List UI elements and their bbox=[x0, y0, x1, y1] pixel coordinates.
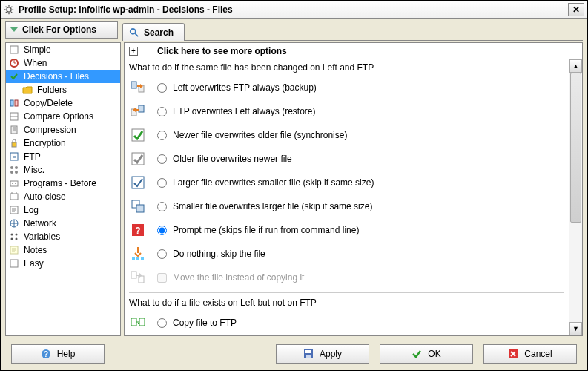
svg-rect-52 bbox=[141, 257, 144, 260]
svg-point-0 bbox=[7, 7, 11, 11]
titlebar: Profile Setup: Infolific wp-admin - Deci… bbox=[1, 1, 587, 19]
sidebar-item-compare-options[interactable]: Compare Options bbox=[6, 110, 120, 123]
svg-rect-30 bbox=[10, 194, 18, 200]
move-instead-label: Move the file instead of copying it bbox=[173, 272, 304, 283]
sidebar-item-simple[interactable]: Simple bbox=[6, 43, 120, 56]
help-label: Help bbox=[57, 349, 76, 359]
sidebar-icon bbox=[9, 178, 19, 188]
main-panel: + Click here to see more options What to… bbox=[124, 42, 583, 336]
expand-icon[interactable]: + bbox=[129, 47, 138, 56]
tab-bar: Search bbox=[122, 21, 583, 41]
sidebar-item-compression[interactable]: Compression bbox=[6, 123, 120, 137]
option-row: Older file overwrites newer file bbox=[129, 147, 564, 171]
scroll-thumb[interactable] bbox=[570, 73, 581, 223]
option-control[interactable]: Prompt me (skips file if run from comman… bbox=[157, 225, 359, 235]
svg-rect-27 bbox=[10, 181, 18, 186]
sidebar-item-label: Folders bbox=[37, 85, 67, 95]
gear-icon bbox=[4, 4, 14, 15]
svg-rect-55 bbox=[131, 318, 136, 326]
more-options-label[interactable]: Click here to see more options bbox=[157, 46, 287, 56]
svg-rect-15 bbox=[10, 100, 13, 106]
option-icon bbox=[129, 174, 147, 191]
sidebar-item-label: Easy bbox=[24, 258, 44, 269]
option-label: Newer file overwrites older file (synchr… bbox=[173, 130, 347, 140]
sidebar-item-when[interactable]: When bbox=[6, 56, 120, 70]
svg-rect-41 bbox=[139, 105, 144, 112]
option-radio[interactable] bbox=[157, 202, 167, 211]
option-control[interactable]: Older file overwrites newer file bbox=[157, 154, 292, 164]
sidebar-item-log[interactable]: Log bbox=[6, 203, 120, 217]
option-row: Do nothing, skip the file bbox=[129, 242, 564, 266]
sidebar-item-variables[interactable]: Variables bbox=[6, 230, 120, 243]
svg-line-6 bbox=[11, 12, 12, 13]
option-radio[interactable] bbox=[157, 178, 167, 188]
move-instead-checkbox bbox=[157, 273, 167, 283]
dropdown-arrow-icon bbox=[10, 27, 18, 32]
sidebar-item-auto-close[interactable]: Auto-close bbox=[6, 190, 120, 203]
svg-text:?: ? bbox=[44, 350, 48, 358]
option-row: Newer file overwrites older file (synchr… bbox=[129, 123, 564, 147]
sidebar-item-notes[interactable]: Notes bbox=[6, 243, 120, 257]
close-icon: ✕ bbox=[572, 4, 580, 15]
option-icon bbox=[129, 102, 147, 120]
close-button[interactable]: ✕ bbox=[568, 3, 584, 16]
button-bar: ? Help Apply OK Cancel bbox=[1, 338, 587, 370]
option-radio[interactable] bbox=[157, 107, 167, 116]
option-control[interactable]: Copy file to FTP bbox=[157, 318, 237, 328]
scroll-track[interactable] bbox=[569, 73, 582, 322]
sidebar-item-decisions-files[interactable]: Decisions - Files bbox=[6, 70, 120, 83]
ok-button[interactable]: OK bbox=[380, 344, 473, 364]
scroll-down-button[interactable]: ▼ bbox=[569, 322, 582, 335]
option-radio[interactable] bbox=[157, 318, 167, 328]
cancel-button[interactable]: Cancel bbox=[483, 344, 577, 364]
option-radio[interactable] bbox=[157, 83, 167, 93]
sidebar-item-ftp[interactable]: FFTP bbox=[6, 150, 120, 163]
apply-button[interactable]: Apply bbox=[276, 344, 369, 364]
option-control[interactable]: Left overwrites FTP always (backup) bbox=[157, 82, 317, 93]
sidebar-item-folders[interactable]: Folders bbox=[6, 83, 120, 96]
option-row: Larger file overwrites smaller file (ski… bbox=[129, 171, 564, 194]
svg-rect-16 bbox=[15, 100, 18, 106]
sidebar-item-label: FTP bbox=[24, 151, 41, 162]
sidebar-item-programs-before[interactable]: Programs - Before bbox=[6, 177, 120, 190]
sidebar-icon bbox=[9, 45, 19, 55]
sidebar-icon bbox=[9, 232, 19, 242]
svg-rect-61 bbox=[306, 355, 311, 358]
sidebar-icon bbox=[9, 205, 19, 215]
svg-point-35 bbox=[11, 238, 13, 240]
tab-search[interactable]: Search bbox=[122, 23, 185, 41]
help-button[interactable]: ? Help bbox=[11, 344, 105, 364]
scroll-up-button[interactable]: ▲ bbox=[569, 59, 582, 73]
option-control[interactable]: Larger file overwrites smaller file (ski… bbox=[157, 177, 374, 188]
sidebar-item-label: Simple bbox=[24, 45, 51, 55]
option-radio[interactable] bbox=[157, 226, 167, 235]
option-icon bbox=[129, 245, 147, 263]
svg-line-7 bbox=[6, 12, 7, 13]
more-options-row: + Click here to see more options bbox=[125, 43, 582, 59]
move-icon bbox=[129, 269, 147, 286]
option-label: Do nothing, skip the file bbox=[173, 249, 265, 259]
content-area: SimpleWhenDecisions - FilesFoldersCopy/D… bbox=[1, 41, 587, 338]
svg-rect-56 bbox=[139, 318, 145, 326]
option-radio[interactable] bbox=[157, 154, 167, 164]
sidebar-item-label: Misc. bbox=[24, 165, 44, 175]
option-label: Smaller file overwrites larger file (ski… bbox=[173, 201, 372, 211]
sidebar-item-encryption[interactable]: Encryption bbox=[6, 137, 120, 150]
sidebar-icon bbox=[9, 138, 19, 148]
option-radio[interactable] bbox=[157, 131, 167, 140]
option-control[interactable]: FTP overwrites Left always (restore) bbox=[157, 106, 316, 116]
click-for-options-button[interactable]: Click For Options bbox=[5, 21, 118, 39]
option-control[interactable]: Smaller file overwrites larger file (ski… bbox=[157, 201, 372, 211]
vertical-scrollbar[interactable]: ▲ ▼ bbox=[569, 59, 582, 335]
sidebar-item-misc-[interactable]: Misc. bbox=[6, 163, 120, 177]
sidebar-item-copy-delete[interactable]: Copy/Delete bbox=[6, 96, 120, 110]
option-label: FTP overwrites Left always (restore) bbox=[173, 106, 316, 116]
sidebar-item-network[interactable]: Network bbox=[6, 217, 120, 230]
sidebar-item-easy[interactable]: Easy bbox=[6, 257, 120, 270]
sidebar-item-label: Notes bbox=[24, 245, 47, 255]
option-control[interactable]: Do nothing, skip the file bbox=[157, 249, 265, 259]
option-radio[interactable] bbox=[157, 249, 167, 259]
window-title: Profile Setup: Infolific wp-admin - Deci… bbox=[19, 4, 568, 15]
sidebar[interactable]: SimpleWhenDecisions - FilesFoldersCopy/D… bbox=[5, 42, 121, 336]
option-control[interactable]: Newer file overwrites older file (synchr… bbox=[157, 130, 347, 140]
